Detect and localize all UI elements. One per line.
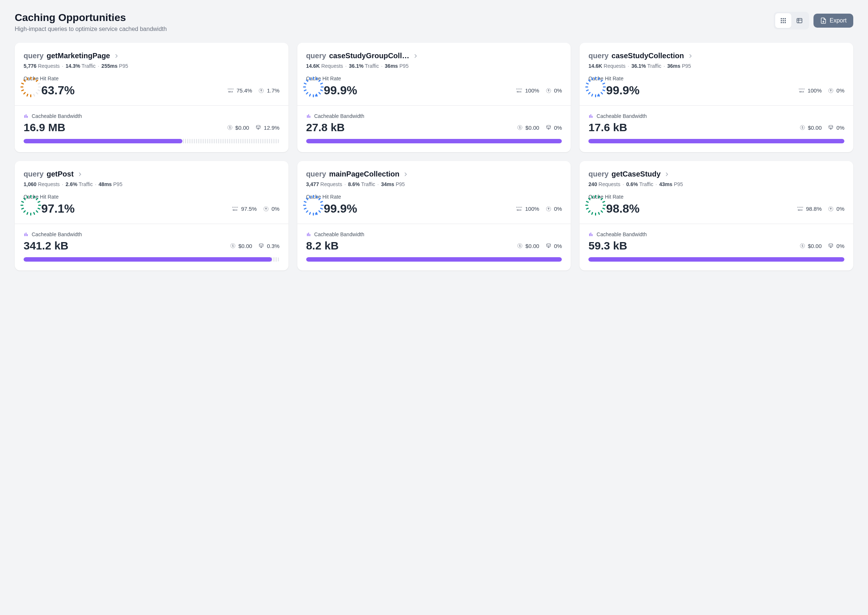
bandwidth-progress (23, 139, 280, 144)
query-prefix: query (588, 170, 608, 178)
chevron-right-icon (412, 53, 419, 59)
hit-rate-spinner-icon (588, 202, 602, 215)
chevron-right-icon (664, 171, 670, 178)
svg-rect-16 (27, 116, 28, 117)
grid-icon (780, 17, 787, 24)
bandwidth-cost: $ $0.00 (227, 124, 249, 131)
query-card: query caseStudyGroupColl… 14.6K Requests… (297, 43, 571, 152)
bandwidth-progress (588, 257, 845, 262)
bandwidth-progress (588, 139, 845, 144)
max-hit-rate: MAX 100% (798, 87, 821, 94)
svg-point-28 (546, 125, 550, 127)
query-meta: 14.6K Requests · 36.1% Traffic · 36ms P9… (306, 63, 562, 69)
savings-icon (545, 124, 552, 131)
svg-rect-7 (782, 22, 784, 23)
query-name: caseStudyGroupColl… (329, 52, 409, 60)
export-label: Export (830, 17, 847, 24)
chevron-right-icon (687, 53, 694, 59)
query-card: query mainPageCollection 3,477 Requests … (297, 161, 571, 270)
query-name: mainPageCollection (329, 170, 399, 178)
query-title-row[interactable]: query getPost (23, 170, 280, 178)
query-card: query getCaseStudy 240 Requests · 0.6% T… (580, 161, 853, 270)
cache-hit-rate-label: Cache Hit Rate (23, 194, 280, 200)
svg-text:MAX: MAX (228, 91, 233, 93)
svg-rect-33 (591, 114, 591, 117)
cost-icon: $ (227, 124, 233, 131)
bandwidth-label: Cacheable Bandwidth (588, 231, 845, 237)
max-hit-rate: MAX 75.4% (227, 87, 252, 94)
hit-rate-spinner-icon (306, 202, 319, 215)
svg-text:$: $ (232, 244, 234, 248)
chevron-right-icon (76, 171, 83, 178)
svg-point-37 (829, 125, 833, 127)
hit-rate-spinner-icon (23, 202, 37, 215)
query-prefix: query (306, 170, 326, 178)
svg-rect-8 (785, 22, 786, 23)
svg-rect-2 (785, 18, 786, 19)
header-actions: Export (774, 12, 853, 30)
bandwidth-savings: 0% (827, 124, 845, 131)
uncached-icon (263, 206, 269, 212)
bandwidth-label: Cacheable Bandwidth (306, 113, 562, 119)
svg-rect-41 (26, 233, 26, 236)
bandwidth-progress (306, 257, 562, 262)
uncached-icon (545, 87, 552, 94)
table-view-button[interactable] (792, 13, 807, 28)
query-title-row[interactable]: query caseStudyGroupColl… (306, 52, 562, 60)
query-card: query getMarketingPage 5,776 Requests · … (15, 43, 288, 152)
svg-rect-23 (307, 116, 308, 118)
svg-rect-9 (797, 19, 802, 23)
bandwidth-savings: 0% (545, 124, 562, 131)
svg-rect-57 (589, 234, 590, 236)
svg-rect-34 (592, 116, 593, 117)
chevron-right-icon (113, 53, 120, 59)
max-icon: MAX (516, 206, 523, 212)
svg-rect-25 (310, 116, 310, 117)
bars-icon (23, 114, 29, 119)
bandwidth-cost: $ $0.00 (799, 124, 822, 131)
bandwidth-label: Cacheable Bandwidth (23, 231, 280, 237)
svg-rect-5 (785, 20, 786, 21)
uncached-icon (827, 206, 834, 212)
hit-rate-value: 97.1% (41, 202, 75, 215)
bandwidth-label: Cacheable Bandwidth (306, 231, 562, 237)
svg-rect-0 (781, 18, 782, 19)
svg-point-45 (259, 244, 263, 245)
svg-text:MAX: MAX (798, 209, 803, 211)
query-title-row[interactable]: query getMarketingPage (23, 52, 280, 60)
savings-icon (258, 242, 265, 249)
query-prefix: query (306, 52, 326, 60)
query-title-row[interactable]: query getCaseStudy (588, 170, 845, 178)
max-icon: MAX (516, 88, 523, 93)
query-title-row[interactable]: query caseStudyCollection (588, 52, 845, 60)
grid-view-button[interactable] (775, 13, 792, 28)
svg-text:MAX: MAX (233, 209, 238, 211)
export-button[interactable]: Export (813, 14, 853, 28)
view-toggle (774, 12, 809, 30)
svg-marker-29 (597, 94, 600, 97)
savings-icon (827, 242, 834, 249)
cards-grid: query getMarketingPage 5,776 Requests · … (15, 43, 853, 270)
hit-rate-value: 99.9% (324, 84, 357, 97)
bars-icon (23, 232, 29, 237)
bars-icon (588, 114, 594, 119)
svg-rect-4 (782, 20, 784, 21)
bandwidth-value: 16.9 MB (23, 121, 65, 134)
cost-icon: $ (229, 242, 236, 249)
page-subtitle: High-impact queries to optimize service … (15, 26, 167, 33)
bandwidth-cost: $ $0.00 (799, 242, 822, 249)
hit-rate-value: 99.9% (324, 202, 357, 215)
query-title-row[interactable]: query mainPageCollection (306, 170, 562, 178)
svg-text:$: $ (229, 126, 231, 130)
query-meta: 5,776 Requests · 14.3% Traffic · 255ms P… (23, 63, 280, 69)
bandwidth-cost: $ $0.00 (517, 124, 539, 131)
query-meta: 240 Requests · 0.6% Traffic · 43ms P95 (588, 181, 845, 187)
max-icon: MAX (798, 88, 806, 93)
max-icon: MAX (796, 206, 804, 212)
svg-rect-51 (310, 234, 310, 236)
max-hit-rate: MAX 98.8% (796, 206, 822, 212)
cost-icon: $ (517, 242, 523, 249)
query-meta: 3,477 Requests · 8.6% Traffic · 34ms P95 (306, 181, 562, 187)
bandwidth-label: Cacheable Bandwidth (23, 113, 280, 119)
query-prefix: query (23, 52, 44, 60)
